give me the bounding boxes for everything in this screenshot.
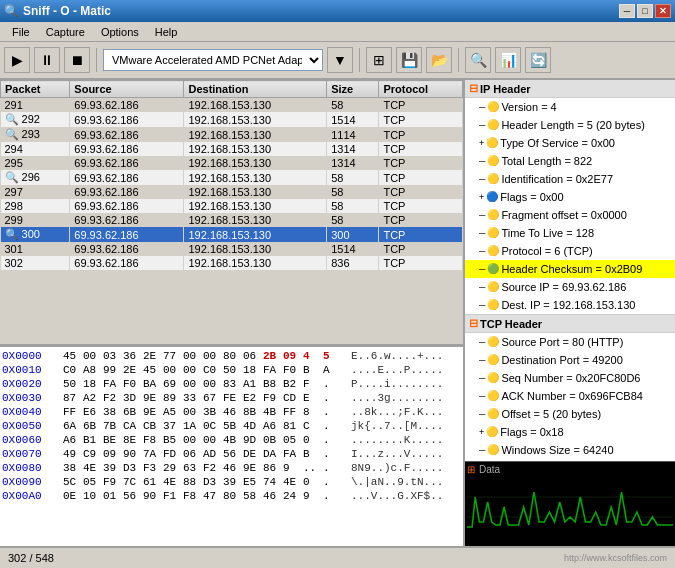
tree-item[interactable]: ─🟡Total Length = 822 (465, 152, 675, 170)
play-button[interactable]: ▶ (4, 47, 30, 73)
tree-item[interactable]: ─🟡Header Length = 5 (20 bytes) (465, 116, 675, 134)
table-row[interactable]: 291 (1, 98, 70, 113)
packet-row[interactable]: 295 69.93.62.186 192.168.153.130 1314 TC… (1, 156, 463, 170)
hex-address: 0X0000 (2, 349, 57, 363)
tree-item[interactable]: ─🟡Destination Port = 49200 (465, 351, 675, 369)
hex-row: 0X00A0 0E10015690F1F847805846249. ...V..… (2, 489, 461, 503)
table-row[interactable]: 🔍 296 (1, 170, 70, 185)
packet-row[interactable]: 🔍 296 69.93.62.186 192.168.153.130 58 TC… (1, 170, 463, 185)
col-packet[interactable]: Packet (1, 81, 70, 98)
packet-row[interactable]: 302 69.93.62.186 192.168.153.130 836 TCP (1, 256, 463, 270)
col-protocol[interactable]: Protocol (379, 81, 463, 98)
packet-row[interactable]: 🔍 292 69.93.62.186 192.168.153.130 1514 … (1, 112, 463, 127)
title-bar-left: 🔍 Sniff - O - Matic (4, 4, 111, 18)
ip-header-section[interactable]: ⊟ IP Header (465, 80, 675, 98)
tree-item[interactable]: ─🟡Version = 4 (465, 98, 675, 116)
packet-table-scroll[interactable]: Packet Source Destination Size Protocol … (0, 80, 463, 344)
col-size[interactable]: Size (327, 81, 379, 98)
hex-address: 0X0040 (2, 405, 57, 419)
hex-address: 0X0030 (2, 391, 57, 405)
tree-item[interactable]: +🟡Type Of Service = 0x00 (465, 134, 675, 152)
col-destination[interactable]: Destination (184, 81, 327, 98)
stats-button[interactable]: 📊 (495, 47, 521, 73)
tcp-header-section[interactable]: ⊟ TCP Header (465, 314, 675, 333)
table-row[interactable]: 301 (1, 242, 70, 256)
tree-item[interactable]: ─🟡Protocol = 6 (TCP) (465, 242, 675, 260)
menu-file[interactable]: File (4, 24, 38, 40)
status-text: 302 / 548 (8, 552, 54, 564)
tree-item[interactable]: ─🟡ACK Number = 0x696FCB84 (465, 387, 675, 405)
packet-row[interactable]: 298 69.93.62.186 192.168.153.130 58 TCP (1, 199, 463, 213)
packet-row[interactable]: 🔍 293 69.93.62.186 192.168.153.130 1114 … (1, 127, 463, 142)
table-row[interactable]: 295 (1, 156, 70, 170)
save-button[interactable]: 💾 (396, 47, 422, 73)
refresh-button[interactable]: 🔄 (525, 47, 551, 73)
main-content: Packet Source Destination Size Protocol … (0, 80, 675, 546)
table-row[interactable]: 299 (1, 213, 70, 227)
close-button[interactable]: ✕ (655, 4, 671, 18)
hex-ascii: jk{..7..[M.... (351, 419, 443, 433)
tree-item[interactable]: ─🟡Source IP = 69.93.62.186 (465, 278, 675, 296)
stop-button[interactable]: ⏹ (64, 47, 90, 73)
tree-item[interactable]: ─🟡Windows Size = 64240 (465, 441, 675, 459)
filter-button[interactable]: ⊞ (366, 47, 392, 73)
hex-row: 0X0070 49C909907AFD06AD56DEDAFAB. I...z.… (2, 447, 461, 461)
table-row[interactable]: 🔍 292 (1, 112, 70, 127)
hex-address: 0X0090 (2, 475, 57, 489)
menu-options[interactable]: Options (93, 24, 147, 40)
tree-item[interactable]: ─🟡Time To Live = 128 (465, 224, 675, 242)
packet-row[interactable]: 299 69.93.62.186 192.168.153.130 58 TCP (1, 213, 463, 227)
packet-row[interactable]: 297 69.93.62.186 192.168.153.130 58 TCP (1, 185, 463, 199)
data-section: ⊞ Data (465, 461, 675, 546)
decode-button[interactable]: 🔍 (465, 47, 491, 73)
col-source[interactable]: Source (70, 81, 184, 98)
table-row[interactable]: 298 (1, 199, 70, 213)
menu-help[interactable]: Help (147, 24, 186, 40)
left-panel: Packet Source Destination Size Protocol … (0, 80, 465, 546)
packet-row[interactable]: 291 69.93.62.186 192.168.153.130 58 TCP (1, 98, 463, 113)
tree-item[interactable]: ─🟡Dest. IP = 192.168.153.130 (465, 296, 675, 314)
svg-rect-0 (467, 477, 673, 542)
pause-button[interactable]: ⏸ (34, 47, 60, 73)
table-row[interactable]: 297 (1, 185, 70, 199)
data-section-title: Data (479, 464, 500, 475)
hex-address: 0X0050 (2, 419, 57, 433)
dropdown-arrow[interactable]: ▼ (327, 47, 353, 73)
hex-address: 0X00A0 (2, 489, 57, 503)
tree-item-text: Fragment offset = 0x0000 (501, 207, 626, 223)
right-panel: ⊟ IP Header─🟡Version = 4─🟡Header Length … (465, 80, 675, 546)
hex-ascii: ....E...P..... (351, 363, 443, 377)
hex-ascii: ........K..... (351, 433, 443, 447)
tree-item-text: Version = 4 (501, 99, 556, 115)
tree-item[interactable]: ─🟡Offset = 5 (20 bytes) (465, 405, 675, 423)
hex-ascii: E..6.w....+... (351, 349, 443, 363)
menu-capture[interactable]: Capture (38, 24, 93, 40)
hex-row: 0X0010 C0A8992E450000C05018FAF0BA ....E.… (2, 363, 461, 377)
open-button[interactable]: 📂 (426, 47, 452, 73)
packet-row[interactable]: 301 69.93.62.186 192.168.153.130 1514 TC… (1, 242, 463, 256)
tree-item[interactable]: +🟡Flags = 0x18 (465, 423, 675, 441)
status-bar: 302 / 548 http://www.kcsoftfiles.com (0, 546, 675, 568)
tree-item[interactable]: ─🟡Identification = 0x2E77 (465, 170, 675, 188)
tree-item-text: Windows Size = 64240 (501, 442, 613, 458)
adapter-select[interactable]: VMware Accelerated AMD PCNet Adapter (103, 49, 323, 71)
hex-ascii: I...z...V..... (351, 447, 443, 461)
title-bar-controls: ─ □ ✕ (619, 4, 671, 18)
tree-view[interactable]: ⊟ IP Header─🟡Version = 4─🟡Header Length … (465, 80, 675, 461)
tree-item[interactable]: ─🟡Fragment offset = 0x0000 (465, 206, 675, 224)
table-row[interactable]: 🔍 300 (1, 227, 70, 242)
minimize-button[interactable]: ─ (619, 4, 635, 18)
packet-row[interactable]: 🔍 300 69.93.62.186 192.168.153.130 300 T… (1, 227, 463, 242)
maximize-button[interactable]: □ (637, 4, 653, 18)
tree-item[interactable]: ─🟢Header Checksum = 0x2B09 (465, 260, 675, 278)
table-row[interactable]: 294 (1, 142, 70, 156)
table-row[interactable]: 🔍 293 (1, 127, 70, 142)
packet-row[interactable]: 294 69.93.62.186 192.168.153.130 1314 TC… (1, 142, 463, 156)
tree-item[interactable]: ─🟡Source Port = 80 (HTTP) (465, 333, 675, 351)
tree-item[interactable]: ─🟡Seq Number = 0x20FC80D6 (465, 369, 675, 387)
tree-item-text: Flags = 0x18 (500, 424, 563, 440)
hex-ascii: ..8k...;F.K... (351, 405, 443, 419)
hex-panel[interactable]: 0X0000 450003362E77000080062B0945 E..6.w… (0, 346, 463, 546)
table-row[interactable]: 302 (1, 256, 70, 270)
tree-item[interactable]: +🔵Flags = 0x00 (465, 188, 675, 206)
